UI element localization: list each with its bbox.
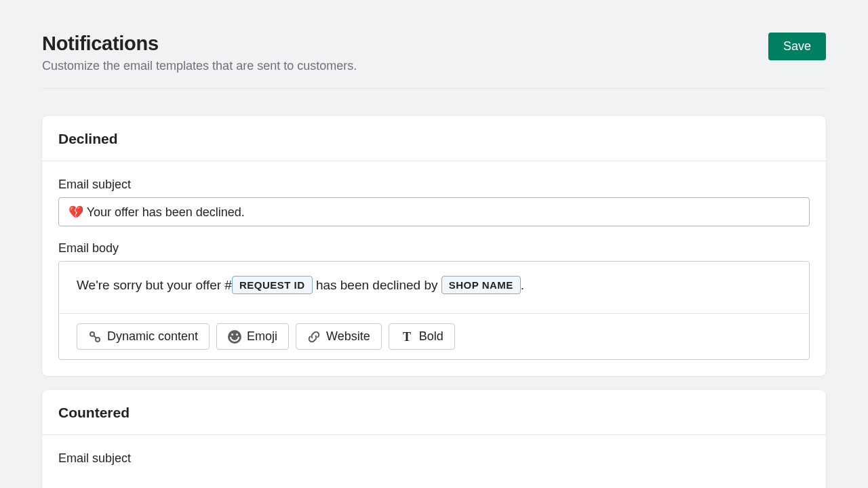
page-subtitle: Customize the email templates that are s…	[42, 59, 357, 73]
bold-label: Bold	[419, 329, 443, 344]
header-divider	[42, 88, 826, 89]
body-text: We're sorry but your offer #	[77, 278, 232, 292]
website-label: Website	[326, 329, 370, 344]
card-countered: Countered Email subject	[42, 390, 826, 488]
bold-icon: T	[400, 330, 414, 344]
link-icon	[307, 330, 321, 344]
card-declined: Declined Email subject Email body We're …	[42, 116, 826, 376]
svg-text:T: T	[403, 330, 411, 344]
dynamic-content-icon	[88, 330, 102, 344]
bold-button[interactable]: T Bold	[389, 323, 455, 350]
emoji-button[interactable]: Emoji	[216, 323, 289, 350]
card-declined-title: Declined	[58, 131, 810, 147]
editor-toolbar: Dynamic content Emoji Website	[59, 314, 809, 359]
token-request-id[interactable]: REQUEST ID	[232, 276, 313, 294]
body-text: has been declined by	[313, 278, 441, 292]
card-countered-title: Countered	[58, 405, 810, 421]
save-button[interactable]: Save	[768, 33, 826, 60]
dynamic-content-label: Dynamic content	[107, 329, 198, 344]
emoji-label: Emoji	[247, 329, 277, 344]
countered-subject-label: Email subject	[58, 451, 810, 466]
declined-body-editor: We're sorry but your offer #REQUEST ID h…	[58, 261, 810, 360]
page-title: Notifications	[42, 33, 357, 55]
declined-subject-input[interactable]	[58, 197, 810, 226]
declined-subject-label: Email subject	[58, 178, 810, 192]
dynamic-content-button[interactable]: Dynamic content	[77, 323, 210, 350]
declined-body-content[interactable]: We're sorry but your offer #REQUEST ID h…	[59, 262, 809, 314]
emoji-icon	[228, 330, 241, 344]
body-text: .	[521, 278, 524, 292]
declined-body-label: Email body	[58, 241, 810, 256]
website-button[interactable]: Website	[296, 323, 382, 350]
token-shop-name[interactable]: SHOP NAME	[441, 276, 521, 294]
